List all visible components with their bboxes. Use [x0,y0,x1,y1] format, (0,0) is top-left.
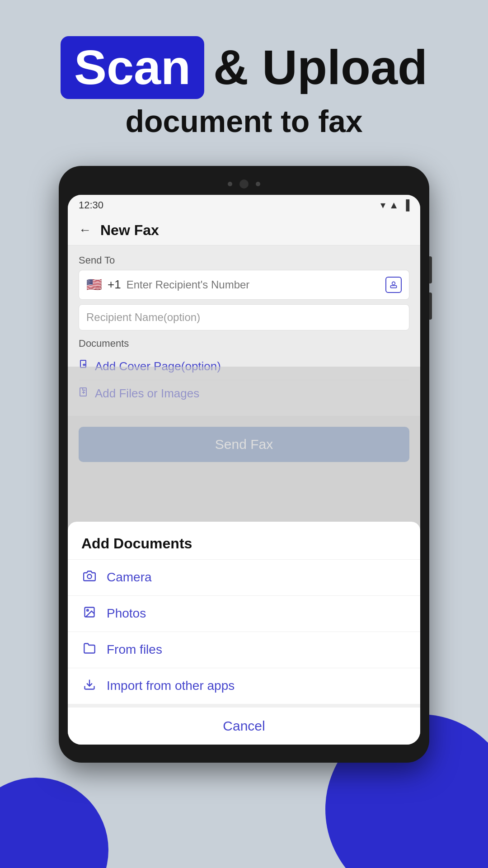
sheet-title: Add Documents [68,522,420,559]
hero-title-rest: & Upload [213,41,427,94]
camera-label: Camera [107,570,152,585]
hero-title: Scan & Upload [27,36,461,99]
tablet-sensor [228,182,232,186]
photos-option[interactable]: Photos [68,595,420,632]
folder-icon [81,642,98,658]
documents-label: Documents [79,338,409,349]
phone-input[interactable] [127,278,380,291]
back-button[interactable]: ← [79,223,91,237]
tablet-device: 12:30 ▾ ▲ ▐ ← New Fax Send To 🇺 [59,166,429,763]
from-files-label: From files [107,642,162,657]
svg-rect-1 [390,285,396,288]
status-time: 12:30 [79,199,103,211]
send-to-label: Send To [79,255,409,266]
tablet-sensor-2 [256,182,260,186]
import-label: Import from other apps [107,679,235,693]
photos-icon [81,606,98,622]
flag-emoji: 🇺🇸 [86,277,102,292]
bottom-sheet: Add Documents Camera [68,522,420,704]
hero-subtitle: document to fax [27,104,461,139]
bg-decoration-left [0,778,108,868]
camera-option[interactable]: Camera [68,559,420,595]
svg-point-10 [87,609,89,611]
tablet-camera [239,179,249,189]
battery-icon: ▐ [402,199,409,211]
country-code: +1 [108,278,121,292]
cancel-button[interactable]: Cancel [68,704,420,745]
app-title: New Fax [100,222,159,239]
bottom-sheet-container: Add Documents Camera [68,522,420,745]
tablet-side-button-top [429,256,432,283]
signal-icon: ▲ [389,199,399,211]
tablet-screen: 12:30 ▾ ▲ ▐ ← New Fax Send To 🇺 [68,195,420,745]
app-header: ← New Fax [68,216,420,245]
from-files-option[interactable]: From files [68,632,420,668]
svg-point-0 [392,282,395,285]
scan-badge: Scan [61,36,204,99]
photos-label: Photos [107,606,146,621]
wifi-icon: ▾ [380,199,385,211]
recipient-name-field[interactable]: Recipient Name(option) [79,304,409,330]
svg-point-8 [87,574,91,578]
phone-row[interactable]: 🇺🇸 +1 [79,270,409,300]
screen-inner: 12:30 ▾ ▲ ▐ ← New Fax Send To 🇺 [68,195,420,745]
import-option[interactable]: Import from other apps [68,668,420,704]
status-icons: ▾ ▲ ▐ [380,199,409,211]
status-bar: 12:30 ▾ ▲ ▐ [68,195,420,216]
hero-section: Scan & Upload document to fax [0,0,488,157]
contact-picker-icon[interactable] [385,277,402,293]
camera-icon [81,570,98,585]
import-icon [81,678,98,694]
tablet-side-button-bottom [429,292,432,320]
tablet-wrapper: 12:30 ▾ ▲ ▐ ← New Fax Send To 🇺 [0,166,488,763]
tablet-camera-bar [68,175,420,193]
